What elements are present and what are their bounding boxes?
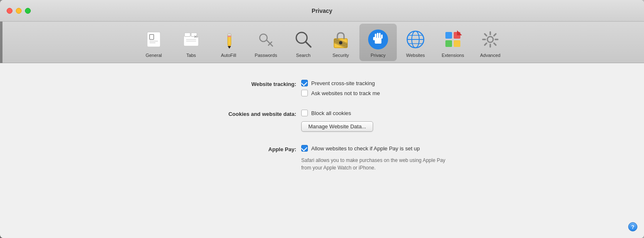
apple-pay-helper: Safari allows you to make purchases on t… [301,157,451,172]
settings-grid: Website tracking: Prevent cross-site tra… [177,80,467,172]
svg-rect-43 [454,40,460,47]
extensions-icon [442,29,464,50]
apple-pay-section: Apple Pay: Allow websites to check if Ap… [177,145,467,172]
toolbar: General ✕ + Tabs [0,22,644,63]
toolbar-item-general[interactable]: General [135,24,172,61]
toolbar-item-passwords[interactable]: Passwords [247,24,285,61]
prevent-tracking-row: Prevent cross-site tracking [301,80,380,86]
autofill-icon [218,29,239,50]
general-icon [143,29,165,50]
svg-marker-15 [228,46,231,49]
manage-website-data-button[interactable]: Manage Website Data... [301,121,373,132]
allow-apple-pay-row: Allow websites to check if Apple Pay is … [301,145,451,152]
window-title: Privacy [312,7,332,14]
titlebar: Privacy [0,0,644,22]
security-icon [330,29,351,50]
help-button[interactable]: ? [628,222,637,231]
website-tracking-label: Website tracking: [177,80,301,88]
security-label: Security [332,53,349,58]
svg-line-50 [485,34,487,35]
cookies-section: Cookies and website data: Block all cook… [177,110,467,132]
svg-rect-29 [375,38,381,44]
svg-line-53 [485,43,487,45]
toolbar-item-privacy[interactable]: Privacy [359,24,397,61]
svg-line-19 [268,44,270,45]
privacy-icon [367,29,389,50]
svg-point-16 [260,34,267,42]
autofill-label: AutoFill [221,53,236,58]
toolbar-item-search[interactable]: Search [285,24,322,61]
svg-line-21 [306,42,311,47]
svg-line-17 [267,40,273,46]
block-cookies-row: Block all cookies [301,110,373,116]
minimize-button[interactable] [16,8,22,14]
svg-point-45 [487,37,493,42]
passwords-icon [255,29,277,50]
prevent-tracking-checkbox[interactable] [301,80,308,86]
search-icon [293,29,314,50]
close-button[interactable] [7,8,12,14]
websites-label: Websites [406,53,425,58]
main-window: Privacy General [0,0,644,238]
extensions-label: Extensions [442,53,464,58]
toolbar-item-extensions[interactable]: Extensions [434,24,472,61]
passwords-label: Passwords [255,53,277,58]
svg-marker-44 [457,30,462,35]
toolbar-item-security[interactable]: Security [322,24,359,61]
toolbar-item-websites[interactable]: Websites [397,24,434,61]
prevent-tracking-label: Prevent cross-site tracking [311,80,375,86]
svg-point-27 [339,41,342,44]
advanced-icon [479,29,501,50]
advanced-label: Advanced [480,53,501,58]
block-cookies-checkbox[interactable] [301,110,308,116]
svg-rect-33 [381,34,383,39]
apple-pay-label: Apple Pay: [177,145,301,153]
toolbar-item-tabs[interactable]: ✕ + Tabs [172,24,210,61]
svg-rect-5 [184,33,190,37]
allow-apple-pay-checkbox[interactable] [301,145,308,152]
svg-rect-14 [228,36,231,37]
svg-rect-42 [445,40,452,47]
toolbar-item-autofill[interactable]: AutoFill [210,24,247,61]
content-area: Website tracking: Prevent cross-site tra… [0,63,644,238]
ask-not-track-row: Ask websites not to track me [301,90,380,96]
svg-line-52 [494,34,496,35]
apple-pay-controls: Allow websites to check if Apple Pay is … [301,145,451,172]
svg-rect-40 [445,32,452,39]
cookies-label: Cookies and website data: [177,110,301,118]
maximize-button[interactable] [25,8,31,14]
search-label: Search [296,53,311,58]
svg-rect-31 [377,33,379,39]
ask-not-track-label: Ask websites not to track me [311,90,380,96]
toolbar-item-advanced[interactable]: Advanced [472,24,509,61]
svg-text:+: + [196,34,199,39]
tabs-label: Tabs [186,53,196,58]
svg-rect-13 [228,34,231,36]
website-tracking-controls: Prevent cross-site tracking Ask websites… [301,80,380,96]
allow-apple-pay-label: Allow websites to check if Apple Pay is … [311,145,420,152]
ask-not-track-checkbox[interactable] [301,90,308,96]
website-tracking-section: Website tracking: Prevent cross-site tra… [177,80,467,96]
cookies-controls: Block all cookies Manage Website Data... [301,110,373,132]
privacy-label: Privacy [371,53,386,58]
svg-rect-34 [373,37,375,40]
websites-icon [405,29,426,50]
general-label: General [145,53,162,58]
block-cookies-label: Block all cookies [311,110,351,116]
tabs-icon: ✕ + [180,29,202,50]
svg-rect-32 [379,33,381,39]
traffic-lights [7,8,31,14]
svg-line-51 [494,43,496,45]
